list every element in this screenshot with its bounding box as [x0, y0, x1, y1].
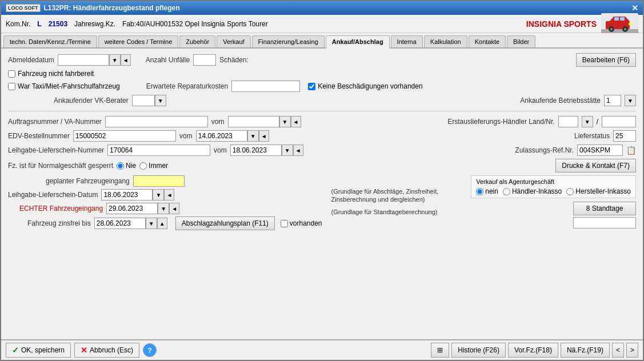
betrieb-dropdown[interactable]: ▼ — [625, 95, 636, 106]
cancel-button[interactable]: ✕ Abbruch (Esc) — [74, 343, 139, 358]
kom-nr-label: Kom.Nr. — [6, 20, 30, 28]
zinsfrei-date-field-group: ▼ ▲ — [94, 218, 167, 229]
auftrags-date-dropdown[interactable]: ▼ — [279, 116, 291, 127]
edv-date-dropdown[interactable]: ▼ — [247, 130, 259, 142]
abmeldedatum-nav[interactable]: ◄ — [121, 54, 131, 66]
tab-techn[interactable]: techn. Daten/Kennz./Termine — [3, 35, 97, 47]
drucke-button[interactable]: Drucke & Kontakt (F7) — [555, 159, 636, 173]
reparatur-input[interactable] — [231, 81, 300, 92]
bottom-bar: ✓ OK, speichern ✕ Abbruch (Esc) ? ⊞ Hist… — [1, 339, 643, 360]
close-button[interactable]: ✕ — [631, 3, 638, 13]
erstauslief-land-input[interactable] — [558, 116, 578, 127]
brand-section: INSIGNIA SPORTS — [526, 13, 638, 35]
haendler-radio-label[interactable]: Händler-Inkasso — [503, 187, 562, 195]
erstauslief-dropdown[interactable]: ▼ — [582, 116, 593, 127]
agentur-nein-text: nein — [485, 187, 498, 195]
tab-weitere[interactable]: weitere Codes / Termine — [98, 35, 178, 47]
row-geplant: geplanter Fahrzeugeingang Leihgabe-Liefe… — [8, 175, 636, 230]
svg-point-9 — [624, 28, 626, 30]
auftrags-date-nav[interactable]: ◄ — [291, 116, 301, 127]
vorhanden-label[interactable]: vorhanden — [281, 219, 322, 227]
immer-radio[interactable] — [139, 162, 147, 170]
ok-button[interactable]: ✓ OK, speichern — [6, 343, 71, 358]
tab-kontakte[interactable]: Kontakte — [469, 35, 506, 47]
vk-berater-dropdown[interactable]: ▼ — [155, 95, 166, 106]
edv-date-nav[interactable]: ◄ — [259, 130, 269, 142]
zinsfrei-nav-up[interactable]: ▲ — [157, 218, 167, 229]
auftrags-input[interactable] — [105, 116, 208, 127]
screen-button[interactable]: ⊞ — [431, 343, 449, 358]
prev-button[interactable]: < — [612, 343, 624, 358]
agentur-nein-radio[interactable] — [476, 188, 483, 195]
agentur-hersteller-radio[interactable] — [566, 188, 574, 195]
abmeldedatum-field-group: ▼ ◄ — [58, 54, 131, 66]
keine-beschaed-label[interactable]: Keine Beschädigungen vorhanden — [308, 82, 422, 90]
echter-dropdown[interactable]: ▼ — [158, 203, 169, 214]
leihgabe-input[interactable] — [107, 145, 210, 156]
abmeldedatum-input[interactable] — [58, 54, 109, 66]
edv-date-input[interactable] — [196, 130, 247, 142]
tab-verkauf[interactable]: Verkauf — [217, 35, 250, 47]
hersteller-radio-label[interactable]: Hersteller-Inkasso — [566, 187, 631, 195]
taxi-checkbox[interactable] — [8, 83, 15, 90]
agentur-hersteller-text: Hersteller-Inkasso — [575, 187, 631, 195]
leihgabe-date-dropdown[interactable]: ▼ — [282, 145, 293, 156]
tab-kalkulation[interactable]: Kalkulation — [424, 35, 467, 47]
vorhanden-checkbox[interactable] — [281, 220, 288, 227]
keine-beschaed-checkbox[interactable] — [308, 83, 315, 90]
auftrags-vom-label: vom — [211, 118, 225, 126]
agentur-haendler-radio[interactable] — [503, 188, 510, 195]
gesperrt-label: Fz. ist für Normalgeschäft gesperrt — [8, 162, 113, 170]
schaeden-label: Schäden: — [219, 56, 249, 64]
nie-radio-label[interactable]: Nie — [117, 162, 136, 170]
taxi-checkbox-label[interactable]: War Taxi/Miet-/Fahrschulfahrzeug — [8, 82, 120, 90]
abmeldedatum-dropdown[interactable]: ▼ — [109, 54, 121, 66]
tab-ankauf[interactable]: Ankauf/Abschlag — [326, 35, 390, 49]
leihgabe-datum-nav[interactable]: ◄ — [164, 189, 174, 200]
copy-icon[interactable]: 📋 — [626, 146, 636, 155]
historie-button[interactable]: Historie (F26) — [451, 343, 506, 358]
bearbeiten-button[interactable]: Bearbeiten (F6) — [576, 53, 636, 67]
fahrbereit-checkbox-label[interactable]: Fahrzeug nicht fahrbereit — [8, 70, 94, 78]
row-gesperrt: Fz. ist für Normalgeschäft gesperrt Nie … — [8, 159, 636, 173]
help-button[interactable]: ? — [143, 343, 157, 357]
nein-radio-label[interactable]: nein — [476, 187, 498, 195]
geplant-input[interactable] — [133, 175, 185, 187]
edv-input[interactable] — [73, 130, 176, 142]
next-button[interactable]: > — [626, 343, 638, 358]
nie-radio[interactable] — [117, 162, 124, 170]
leihgabe-date-nav[interactable]: ◄ — [293, 145, 303, 156]
tab-zubehoer[interactable]: Zubehör — [179, 35, 215, 47]
leihgabe-datum-dropdown[interactable]: ▼ — [153, 189, 164, 200]
echter-nav[interactable]: ◄ — [169, 203, 179, 214]
anzahl-input[interactable] — [193, 54, 216, 66]
tab-interna[interactable]: Interna — [391, 35, 423, 47]
betrieb-input[interactable] — [604, 95, 621, 106]
zinsfrei-row: Fahrzeug zinsfrei bis ▼ ▲ Abschlagzahlun… — [8, 216, 322, 230]
echter-input[interactable] — [106, 203, 158, 214]
leihgabe-date-input[interactable] — [230, 145, 282, 156]
tab-finanzierung[interactable]: Finanzierung/Leasing — [252, 35, 325, 47]
standtage-input[interactable] — [573, 217, 636, 228]
standtage-button[interactable]: 8 Standtage — [573, 202, 636, 215]
auftrags-date-input[interactable] — [228, 116, 279, 127]
abschlag-button[interactable]: Abschlagzahlungsplan (F11) — [175, 216, 275, 230]
agentur-box: Verkauf als Agenturgeschäft nein Händler… — [471, 175, 636, 198]
immer-radio-label[interactable]: Immer — [139, 162, 168, 170]
zinsfrei-input[interactable] — [94, 218, 146, 229]
nae-fz-button[interactable]: Nä.Fz.(F19) — [561, 343, 610, 358]
erstauslief-nr-input[interactable] — [602, 116, 636, 127]
echter-row: ECHTER Fahrzeugeingang ▼ ◄ — [8, 203, 322, 214]
vk-berater-input[interactable] — [132, 95, 155, 106]
geplant-row: geplanter Fahrzeugeingang — [8, 175, 322, 187]
leihgabe-datum-input[interactable] — [101, 189, 153, 200]
number-label: 21503 — [49, 20, 67, 28]
l-label: L — [37, 20, 41, 28]
info-bar: Kom.Nr. L 21503 Jahreswg.Kz. Fab:40/AUH0… — [1, 15, 643, 33]
zulassungs-input[interactable] — [577, 145, 623, 156]
lieferstatus-input[interactable] — [613, 130, 636, 142]
tab-bilder[interactable]: Bilder — [507, 35, 535, 47]
zinsfrei-dropdown[interactable]: ▼ — [146, 218, 157, 229]
vor-fz-button[interactable]: Vor.Fz.(F18) — [508, 343, 558, 358]
fahrbereit-checkbox[interactable] — [8, 70, 15, 78]
